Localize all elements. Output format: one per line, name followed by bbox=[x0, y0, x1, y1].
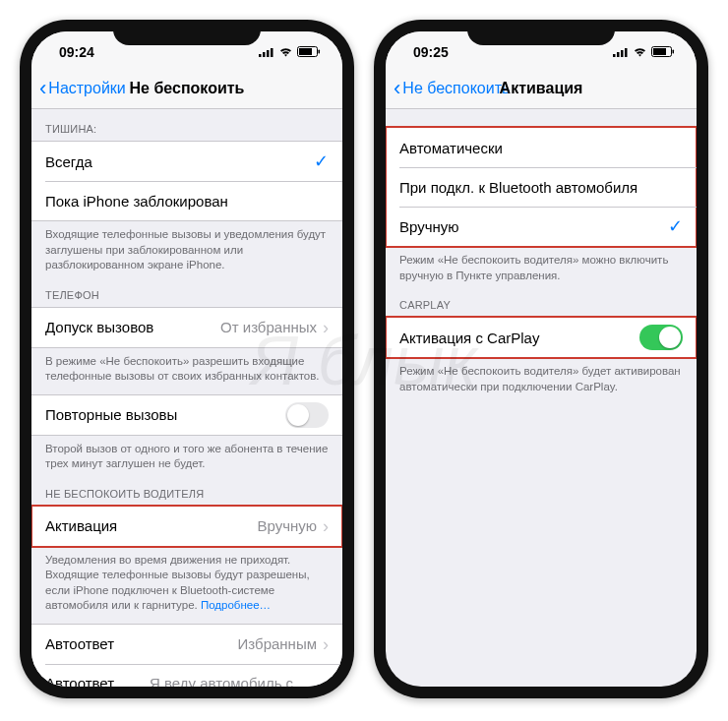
back-button[interactable]: ‹ Не беспокоить bbox=[386, 78, 510, 99]
notch bbox=[113, 20, 261, 45]
svg-rect-2 bbox=[267, 50, 270, 57]
svg-rect-10 bbox=[625, 48, 628, 57]
row-allow-calls[interactable]: Допуск вызовов От избранных › bbox=[31, 308, 342, 347]
row-value: От избранных bbox=[220, 319, 317, 335]
chevron-right-icon: › bbox=[323, 675, 329, 687]
back-button[interactable]: ‹ Настройки bbox=[31, 78, 126, 99]
row-label: Активация bbox=[45, 517, 257, 534]
row-repeated-calls[interactable]: Повторные вызовы bbox=[31, 395, 342, 435]
svg-rect-5 bbox=[299, 48, 312, 55]
svg-rect-1 bbox=[263, 52, 266, 57]
row-silence-locked[interactable]: Пока iPhone заблокирован bbox=[31, 181, 342, 220]
svg-rect-12 bbox=[653, 48, 666, 55]
battery-icon bbox=[297, 44, 321, 60]
row-autoreply-message[interactable]: Автоответ Я веду автомобиль с включенн… … bbox=[31, 664, 342, 687]
svg-rect-0 bbox=[259, 54, 262, 57]
nav-title: Не беспокоить bbox=[130, 80, 245, 97]
status-time: 09:24 bbox=[59, 40, 94, 60]
phone-right: 09:25 ‹ Не беспокоить bbox=[374, 20, 708, 698]
battery-icon bbox=[651, 44, 675, 60]
wifi-icon bbox=[278, 44, 293, 60]
row-label: Активация с CarPlay bbox=[399, 330, 639, 346]
chevron-left-icon: ‹ bbox=[39, 78, 46, 99]
section-footer-repeated: Второй вызов от одного и того же абонент… bbox=[31, 436, 342, 474]
section-header-silence: ТИШИНА: bbox=[31, 109, 342, 141]
section-footer-activate: Режим «Не беспокоить водителя» можно вкл… bbox=[386, 247, 697, 285]
nav-bar: ‹ Не беспокоить Активация bbox=[386, 69, 697, 109]
back-label: Не беспокоить bbox=[402, 80, 510, 97]
row-autoreply-to[interactable]: Автоответ Избранным › bbox=[31, 625, 342, 664]
notch bbox=[467, 20, 615, 45]
row-label: Автоматически bbox=[399, 140, 683, 156]
row-label: Автоответ bbox=[45, 635, 238, 652]
phone-left: 09:24 ‹ Настройки bbox=[20, 20, 354, 698]
row-silence-always[interactable]: Всегда ✓ bbox=[31, 142, 342, 181]
chevron-left-icon: ‹ bbox=[394, 78, 400, 99]
signal-icon bbox=[259, 44, 274, 60]
svg-rect-9 bbox=[621, 50, 624, 57]
status-time: 09:25 bbox=[413, 40, 449, 60]
section-footer-carplay: Режим «Не беспокоить водителя» будет акт… bbox=[386, 358, 697, 396]
checkmark-icon: ✓ bbox=[314, 150, 329, 172]
section-header-phone: ТЕЛЕФОН bbox=[31, 275, 342, 307]
signal-icon bbox=[613, 44, 629, 60]
svg-rect-8 bbox=[617, 52, 620, 57]
chevron-right-icon: › bbox=[323, 517, 329, 535]
svg-rect-7 bbox=[613, 54, 616, 57]
row-label: Пока iPhone заблокирован bbox=[45, 193, 329, 210]
row-activation[interactable]: Активация Вручную › bbox=[31, 507, 342, 546]
chevron-right-icon: › bbox=[323, 319, 329, 336]
row-label: Всегда bbox=[45, 153, 314, 170]
svg-rect-6 bbox=[319, 50, 321, 54]
chevron-right-icon: › bbox=[323, 635, 329, 653]
section-footer-activation: Уведомления во время движения не приходя… bbox=[31, 547, 342, 616]
section-header-dnd-driving: НЕ БЕСПОКОИТЬ ВОДИТЕЛЯ bbox=[31, 474, 342, 506]
checkmark-icon: ✓ bbox=[668, 215, 683, 237]
row-label: Автоответ bbox=[45, 675, 150, 687]
row-activate-manual[interactable]: Вручную ✓ bbox=[386, 207, 697, 246]
svg-rect-3 bbox=[271, 48, 273, 57]
row-label: При подкл. к Bluetooth автомобиля bbox=[399, 179, 683, 196]
nav-bar: ‹ Настройки Не беспокоить bbox=[31, 69, 342, 109]
back-label: Настройки bbox=[48, 80, 125, 97]
wifi-icon bbox=[633, 44, 647, 60]
row-value: Я веду автомобиль с включенн… bbox=[150, 675, 317, 687]
section-header-carplay: CARPLAY bbox=[386, 285, 697, 317]
toggle-carplay[interactable] bbox=[639, 325, 683, 350]
row-value: Вручную bbox=[257, 517, 317, 534]
section-footer-allow-calls: В режиме «Не беспокоить» разрешить входя… bbox=[31, 348, 342, 387]
section-footer-silence: Входящие телефонные вызовы и уведомления… bbox=[31, 221, 342, 275]
row-carplay-activate[interactable]: Активация с CarPlay bbox=[386, 318, 697, 357]
learn-more-link[interactable]: Подробнее… bbox=[201, 599, 271, 611]
row-activate-bluetooth[interactable]: При подкл. к Bluetooth автомобиля bbox=[386, 167, 697, 207]
row-activate-auto[interactable]: Автоматически bbox=[386, 128, 697, 167]
toggle-repeated-calls[interactable] bbox=[285, 402, 329, 428]
svg-rect-13 bbox=[673, 50, 675, 54]
row-value: Избранным bbox=[238, 635, 317, 652]
row-label: Вручную bbox=[399, 218, 668, 235]
nav-title: Активация bbox=[500, 80, 583, 97]
row-label: Допуск вызовов bbox=[45, 319, 220, 335]
row-label: Повторные вызовы bbox=[45, 406, 285, 423]
